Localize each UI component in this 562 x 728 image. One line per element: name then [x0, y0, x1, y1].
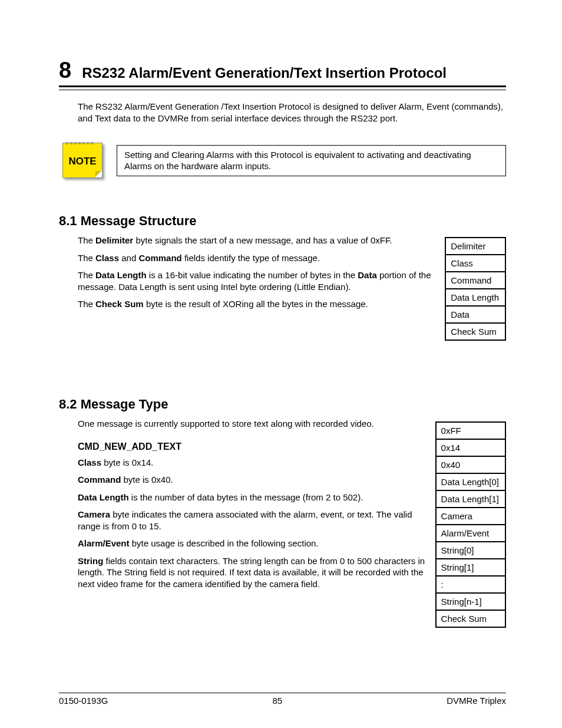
- term-data: Data: [358, 270, 377, 280]
- text: is the number of data bytes in the messa…: [129, 492, 363, 502]
- term-alarm-event: Alarm/Event: [78, 538, 130, 548]
- table-cell: Delimiter: [445, 238, 505, 255]
- table-cell: 0x40: [436, 456, 505, 473]
- s81-p2: The Class and Command fields identify th…: [78, 252, 440, 264]
- text: byte usage is described in the following…: [130, 538, 319, 548]
- table-cell: String[1]: [436, 559, 505, 576]
- page-footer: 0150-0193G 85 DVMRe Triplex: [59, 696, 506, 706]
- text: byte is 0x40.: [121, 475, 173, 485]
- footer-doc-id: 0150-0193G: [59, 696, 108, 706]
- term-command: Command: [138, 253, 181, 263]
- table-cell: :: [436, 576, 505, 593]
- table-row: String[n-1]: [436, 593, 505, 610]
- section-8-2: 8.2 Message Type One message is currentl…: [59, 397, 506, 628]
- table-cell: String[0]: [436, 542, 505, 559]
- text: byte signals the start of a new message,…: [133, 235, 392, 245]
- text: is a 16-bit value indicating the number …: [147, 270, 358, 280]
- text: The: [78, 299, 95, 309]
- text: The: [78, 253, 95, 263]
- text: and: [119, 253, 138, 263]
- text: fields contain text characters. The stri…: [78, 556, 425, 589]
- text: The: [78, 270, 95, 280]
- table-cell: Data Length[1]: [436, 490, 505, 508]
- table-row: Camera: [436, 508, 505, 525]
- table-cell: Data: [445, 306, 505, 323]
- table-cell: Camera: [436, 508, 505, 525]
- text: The: [78, 235, 95, 245]
- chapter-title: RS232 Alarm/Event Generation/Text Insert…: [82, 64, 447, 82]
- table-cell: Check Sum: [445, 323, 505, 340]
- term-data-length: Data Length: [95, 270, 147, 280]
- s82-p6: Alarm/Event byte usage is described in t…: [78, 538, 431, 549]
- term-command: Command: [78, 475, 121, 485]
- s82-p7: String fields contain text characters. T…: [78, 555, 431, 590]
- table-row: Alarm/Event: [436, 525, 505, 542]
- page-fold-shadow: [95, 171, 101, 177]
- s82-p2: Class byte is 0x14.: [78, 457, 431, 469]
- table-cell: Command: [445, 272, 505, 289]
- term-data-length: Data Length: [78, 492, 129, 502]
- heading-rule-thin: [59, 90, 506, 90]
- s82-p4: Data Length is the number of data bytes …: [78, 492, 431, 503]
- s81-p1: The Delimiter byte signals the start of …: [78, 235, 440, 246]
- intro-paragraph: The RS232 Alarm/Event Generation /Text I…: [78, 101, 506, 124]
- footer-rule: [59, 693, 506, 693]
- section-8-1-content: The Delimiter byte signals the start of …: [59, 235, 440, 316]
- footer-product-name: DVMRe Triplex: [447, 696, 506, 706]
- table-row: String[1]: [436, 559, 505, 576]
- s81-p4: The Check Sum byte is the result of XORi…: [78, 298, 440, 310]
- table-cell: Data Length[0]: [436, 473, 505, 490]
- table-cell: 0x14: [436, 439, 505, 456]
- table-row: :: [436, 576, 505, 593]
- note-icon: ఠఠఠఠఠఠఠ NOTE: [62, 143, 103, 178]
- cmd-heading: CMD_NEW_ADD_TEXT: [78, 442, 431, 452]
- table-row: 0xFF: [436, 422, 505, 439]
- table-cell: Data Length: [445, 289, 505, 306]
- table-cell: Alarm/Event: [436, 525, 505, 542]
- text: fields identify the type of message.: [182, 253, 320, 263]
- term-class: Class: [78, 457, 101, 467]
- text: byte is the result of XORing all the byt…: [144, 299, 368, 309]
- chapter-heading: 8 RS232 Alarm/Event Generation/Text Inse…: [59, 59, 506, 82]
- term-string: String: [78, 556, 103, 566]
- table-row: Check Sum: [436, 610, 505, 627]
- note-text: Setting and Clearing Alarms with this Pr…: [117, 145, 506, 176]
- table-cell: Check Sum: [436, 610, 505, 627]
- term-check-sum: Check Sum: [95, 299, 144, 309]
- table-row: Command: [445, 272, 505, 289]
- table-row: 0x40: [436, 456, 505, 473]
- table-cell: Class: [445, 255, 505, 272]
- section-heading-8-2: 8.2 Message Type: [59, 397, 431, 412]
- table-row: 0x14: [436, 439, 505, 456]
- document-page: 8 RS232 Alarm/Event Generation/Text Inse…: [0, 0, 562, 728]
- table-row: Data: [445, 306, 505, 323]
- message-type-table: 0xFF 0x14 0x40 Data Length[0] Data Lengt…: [435, 421, 506, 628]
- table-row: Class: [445, 255, 505, 272]
- table-cell: 0xFF: [436, 422, 505, 439]
- spiral-binding-icon: ఠఠఠఠఠఠఠ: [65, 140, 100, 146]
- table-row: Data Length[0]: [436, 473, 505, 490]
- table-row: Data Length: [445, 289, 505, 306]
- table-row: Check Sum: [445, 323, 505, 340]
- s82-p3: Command byte is 0x40.: [78, 474, 431, 486]
- table-cell: String[n-1]: [436, 593, 505, 610]
- table-row: String[0]: [436, 542, 505, 559]
- section-8-2-content: 8.2 Message Type One message is currentl…: [59, 397, 431, 595]
- text: byte indicates the camera associated wit…: [78, 509, 412, 531]
- term-class: Class: [95, 253, 119, 263]
- text: byte is 0x14.: [101, 457, 153, 467]
- table-row: Data Length[1]: [436, 490, 505, 508]
- note-label: NOTE: [68, 156, 96, 167]
- s82-p5: Camera byte indicates the camera associa…: [78, 509, 431, 532]
- s81-p3: The Data Length is a 16-bit value indica…: [78, 269, 440, 292]
- s82-p1: One message is currently supported to st…: [78, 418, 431, 430]
- section-heading-8-1: 8.1 Message Structure: [59, 213, 506, 229]
- note-callout: ఠఠఠఠఠఠఠ NOTE Setting and Clearing Alarms…: [62, 143, 506, 178]
- table-row: Delimiter: [445, 238, 505, 255]
- chapter-number: 8: [59, 59, 71, 81]
- term-camera: Camera: [78, 509, 110, 519]
- message-structure-table: Delimiter Class Command Data Length Data…: [445, 237, 506, 341]
- heading-rule-thick: [59, 85, 506, 87]
- footer-page-number: 85: [272, 696, 282, 706]
- section-8-1: The Delimiter byte signals the start of …: [59, 235, 506, 341]
